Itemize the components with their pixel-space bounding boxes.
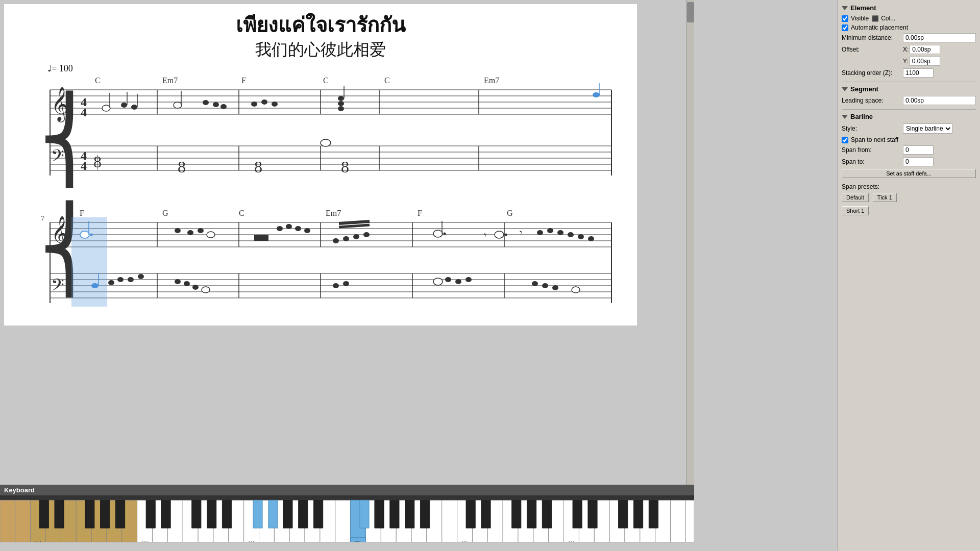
bass-r1 xyxy=(333,283,339,288)
black-key-Dsharp5b[interactable] xyxy=(375,500,384,528)
short1-preset-button[interactable]: Short 1 xyxy=(842,206,869,215)
min-distance-row: Minimum distance: xyxy=(842,33,976,42)
offset-y-label: Y: xyxy=(903,58,909,65)
barline-header: Barline xyxy=(842,113,976,120)
bass-n4 xyxy=(138,274,144,279)
note-2b xyxy=(203,100,209,105)
set-staff-default-button[interactable]: Set as staff defa... xyxy=(842,169,976,178)
black-key-Fsharp3[interactable] xyxy=(192,500,201,528)
black-key-Gsharp2[interactable] xyxy=(101,500,110,528)
beam-g1-3 xyxy=(353,234,359,239)
black-key-Csharp3[interactable] xyxy=(146,500,155,528)
min-distance-input[interactable] xyxy=(903,33,976,42)
offset-y-input[interactable] xyxy=(910,57,940,66)
offset-label: Offset: xyxy=(842,46,903,53)
chord-C2: C xyxy=(323,76,329,85)
auto-placement-label: Automatic placement xyxy=(851,24,908,31)
black-key-Dsharp7[interactable] xyxy=(588,500,597,528)
beam-g1-1 xyxy=(333,238,339,243)
note-r2-1 xyxy=(175,228,181,233)
bass-far-2 xyxy=(542,283,548,288)
black-key-Fsharp4[interactable] xyxy=(283,500,292,528)
segment-header: Segment xyxy=(842,85,976,93)
active-black-Dsharp5[interactable] xyxy=(360,500,369,528)
black-key-Dsharp6[interactable] xyxy=(481,500,491,528)
visible-checkbox[interactable] xyxy=(842,15,848,22)
selection-highlight xyxy=(71,217,107,307)
black-key-Asharp7[interactable] xyxy=(649,500,658,528)
black-key-Gsharp7[interactable] xyxy=(633,500,643,528)
black-key-Fsharp5[interactable] xyxy=(390,500,399,528)
default-preset-button[interactable]: Default xyxy=(842,193,869,202)
chord-t2 xyxy=(338,101,344,106)
min-distance-label: Minimum distance: xyxy=(842,34,903,41)
score-title: เพียงแค่ใจเรารักกัน xyxy=(236,13,406,37)
note-s3 xyxy=(295,226,301,231)
black-key-Csharp7[interactable] xyxy=(573,500,582,528)
bass-r4 xyxy=(455,279,461,284)
black-key-Dsharp2[interactable] xyxy=(55,500,64,528)
note-2c xyxy=(213,102,219,107)
black-key-Asharp6[interactable] xyxy=(542,500,551,528)
black-key-Fsharp6[interactable] xyxy=(512,500,521,528)
scrollbar-thumb[interactable] xyxy=(687,2,694,22)
black-key-Asharp5[interactable] xyxy=(420,500,429,528)
note-r-half xyxy=(495,231,504,238)
auto-placement-checkbox[interactable] xyxy=(842,24,848,31)
set-staff-default-container: Set as staff defa... xyxy=(842,169,976,180)
style-select[interactable]: Single barline xyxy=(903,123,952,134)
note-dot-r xyxy=(444,233,446,235)
black-key-Gsharp6[interactable] xyxy=(527,500,536,528)
black-key-Gsharp4[interactable] xyxy=(299,500,308,528)
white-key-B1[interactable] xyxy=(0,500,15,545)
white-key-B4[interactable] xyxy=(335,500,351,545)
element-title: Element xyxy=(850,4,876,12)
note-s4 xyxy=(304,228,310,233)
black-key-Dsharp3[interactable] xyxy=(161,500,170,528)
visible-label: Visible xyxy=(851,15,869,22)
style-row: Style: Single barline xyxy=(842,123,976,134)
black-key-Gsharp3[interactable] xyxy=(207,500,216,528)
span-from-input[interactable] xyxy=(903,145,934,155)
note-r2-3 xyxy=(198,228,204,233)
tick1-preset-button[interactable]: Tick 1 xyxy=(873,193,897,202)
barline-title: Barline xyxy=(850,113,873,120)
offset-y-row: Y: xyxy=(842,57,976,66)
score-area: เพียงแค่ใจเรารักกัน 我们的心彼此相爱 ♩= 100 ⎨ xyxy=(0,0,837,551)
offset-x-input[interactable] xyxy=(910,45,940,54)
active-black-Csharp4[interactable] xyxy=(253,500,262,528)
black-key-Csharp2[interactable] xyxy=(39,500,48,528)
black-key-Fsharp7[interactable] xyxy=(619,500,628,528)
score-canvas: เพียงแค่ใจเรารักกัน 我们的心彼此相爱 ♩= 100 ⎨ xyxy=(4,4,637,325)
keyboard-section: Keyboard xyxy=(0,485,694,551)
white-key-D8[interactable] xyxy=(685,500,694,545)
black-key-Csharp6[interactable] xyxy=(466,500,475,528)
stacking-input[interactable] xyxy=(903,68,934,78)
score-scrollbar[interactable] xyxy=(686,0,694,485)
active-black-Dsharp4[interactable] xyxy=(268,500,278,528)
span-to-input[interactable] xyxy=(903,157,934,166)
black-key-Gsharp5[interactable] xyxy=(405,500,414,528)
tempo-mark: ♩= 100 xyxy=(47,63,73,73)
black-key-Asharp4[interactable] xyxy=(313,500,323,528)
chord-G2: G xyxy=(507,209,513,217)
span-next-staff-checkbox[interactable] xyxy=(842,137,848,143)
note-s2 xyxy=(286,224,292,229)
black-key-Fsharp2[interactable] xyxy=(85,500,94,528)
leading-space-input[interactable] xyxy=(903,96,976,105)
white-key-B1b[interactable] xyxy=(15,500,31,545)
note-1b xyxy=(131,105,137,110)
white-key-C8[interactable] xyxy=(671,500,686,545)
chord-t3 xyxy=(338,106,344,111)
note-1a xyxy=(121,103,127,108)
bass-r3 xyxy=(445,277,451,282)
style-label: Style: xyxy=(842,125,903,132)
bass-clef-2: 𝄢 xyxy=(51,276,64,298)
black-key-Asharp3[interactable] xyxy=(222,500,231,528)
white-key-B5[interactable] xyxy=(442,500,457,545)
offset-row: Offset: X: xyxy=(842,45,976,54)
black-key-Asharp2[interactable] xyxy=(115,500,125,528)
chord-G1: G xyxy=(162,209,168,217)
note-3b xyxy=(261,99,267,105)
leading-space-label: Leading space: xyxy=(842,97,903,104)
